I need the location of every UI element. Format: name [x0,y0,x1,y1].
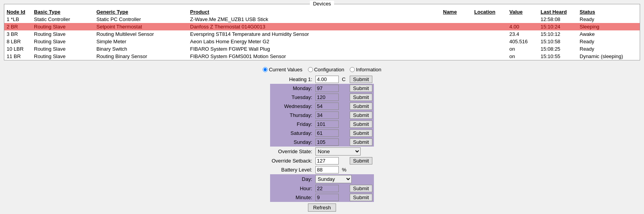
cell-product: Everspring ST814 Temperature and Humidit… [188,30,441,38]
day-submit-cell-1: Submit [348,93,374,102]
form-table: Heating 1: C Submit Monday:SubmitTuesday… [270,75,374,202]
devices-table: Node Id Basic Type Generic Type Product … [4,8,640,60]
heating-unit-cell: C [340,75,348,84]
override-setback-input[interactable] [315,157,339,164]
cell-name [441,23,472,30]
radio-information-input[interactable] [350,67,355,72]
table-row[interactable]: 3 BRRouting SlaveRouting Multilevel Sens… [4,30,640,38]
override-state-label: Override State: [270,147,314,156]
cell-last_heard: 12:58:08 [538,16,577,23]
day-label-1: Tuesday: [270,93,314,102]
day-label-5: Saturday: [270,129,314,138]
radio-current-values-input[interactable] [263,67,268,72]
table-row[interactable]: 1 *LBStatic ControllerStatic PC Controll… [4,16,640,23]
cell-last_heard: 15:10:24 [538,23,577,30]
cell-product: Z-Wave.Me ZME_UZB1 USB Stick [188,16,441,23]
radio-configuration-input[interactable] [308,67,313,72]
minute-input-cell [314,193,340,202]
cell-basic_type: Routing Slave [32,45,94,53]
cell-basic_type: Routing Slave [32,38,94,45]
override-setback-submit-button[interactable]: Submit [350,157,372,164]
day-input-1[interactable] [315,94,339,101]
override-state-select[interactable]: None Frost Protection Economy Comfort Un… [315,147,361,156]
minute-submit-cell: Submit [348,193,374,202]
battery-level-input[interactable] [315,166,339,173]
cell-name [441,16,472,23]
cell-product: Danfoss Z Thermostat 014G0013 [188,23,441,30]
table-row[interactable]: 11 BRRouting SlaveRouting Binary SensorF… [4,53,640,60]
day-input-5[interactable] [315,129,339,137]
hour-input-cell [314,184,340,193]
hour-submit-button[interactable]: Submit [350,185,372,192]
day-row-0: Monday:Submit [270,84,374,93]
day-input-cell-2 [314,102,340,111]
cell-last_heard: 15:08:25 [538,45,577,53]
day-input-6[interactable] [315,138,339,146]
cell-product: FIBARO System FGWPE Wall Plug [188,45,441,53]
header-product: Product [188,8,441,16]
day-row-2: Wednesday:Submit [270,102,374,111]
day-row-6: Sunday:Submit [270,138,374,147]
day-input-cell-4 [314,120,340,129]
radio-configuration-label: Configuration [314,67,344,73]
radio-information-label: Information [356,67,381,73]
cell-location [472,45,507,53]
day-submit-button-6[interactable]: Submit [350,138,372,146]
header-nodeid: Node Id [4,8,32,16]
cell-generic_type: Routing Binary Sensor [94,53,188,60]
day-submit-button-3[interactable]: Submit [350,111,372,119]
cell-value [507,16,538,23]
day-input-3[interactable] [315,111,339,119]
day-submit-button-4[interactable]: Submit [350,120,372,128]
cell-basic_type: Routing Slave [32,30,94,38]
day-submit-button-1[interactable]: Submit [350,94,372,101]
day-label-4: Friday: [270,120,314,129]
heating-submit-button[interactable]: Submit [350,76,372,83]
table-row[interactable]: 10 LBRRouting SlaveBinary SwitchFIBARO S… [4,45,640,53]
cell-status: Sleeping [577,23,640,30]
devices-panel: Devices Node Id Basic Type Generic Type … [4,4,640,60]
cell-generic_type: Setpoint Thermostat [94,23,188,30]
day-select[interactable]: Monday Tuesday Wednesday Thursday Friday… [315,175,352,183]
day-row-3: Thursday:Submit [270,111,374,120]
day-submit-cell-6: Submit [348,138,374,147]
cell-generic_type: Routing Multilevel Sensor [94,30,188,38]
hour-input[interactable] [315,185,339,192]
controls-area: Current Values Configuration Information… [4,64,640,214]
radio-information[interactable]: Information [350,67,381,73]
cell-basic_type: Routing Slave [32,53,94,60]
header-basictype: Basic Type [32,8,94,16]
day-row-4: Friday:Submit [270,120,374,129]
day-input-0[interactable] [315,85,339,92]
table-row[interactable]: 2 BRRouting SlaveSetpoint ThermostatDanf… [4,23,640,30]
day-submit-button-0[interactable]: Submit [350,85,372,92]
day-submit-button-5[interactable]: Submit [350,129,372,137]
radio-configuration[interactable]: Configuration [308,67,344,73]
override-setback-submit-cell: Submit [348,156,374,165]
cell-basic_type: Routing Slave [32,23,94,30]
day-submit-button-2[interactable]: Submit [350,103,372,110]
day-label-3: Thursday: [270,111,314,120]
table-row[interactable]: 8 LBRRouting SlaveSimple MeterAeon Labs … [4,38,640,45]
cell-generic_type: Binary Switch [94,45,188,53]
day-label-2: Wednesday: [270,102,314,111]
cell-generic_type: Simple Meter [94,38,188,45]
heating-input[interactable] [315,76,339,83]
day-input-2[interactable] [315,103,339,110]
override-state-cell: None Frost Protection Economy Comfort Un… [314,147,374,156]
day-input-cell-3 [314,111,340,120]
minute-input[interactable] [315,194,339,201]
radio-group: Current Values Configuration Information [263,67,381,73]
refresh-button[interactable]: Refresh [308,203,336,212]
day-submit-cell-0: Submit [348,84,374,93]
cell-name [441,45,472,53]
header-name: Name [441,8,472,16]
minute-submit-button[interactable]: Submit [350,194,372,201]
day-input-4[interactable] [315,120,339,128]
radio-current-values[interactable]: Current Values [263,67,302,73]
day-input-cell-6 [314,138,340,147]
header-lastheard: Last Heard [538,8,577,16]
cell-node_id: 10 LBR [4,45,32,53]
cell-status: Ready [577,38,640,45]
hour-label: Hour: [270,184,314,193]
